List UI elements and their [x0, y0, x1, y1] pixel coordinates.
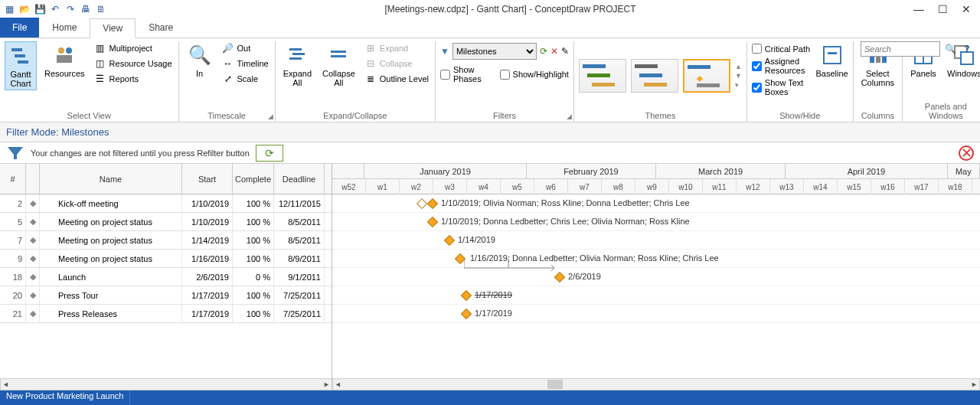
gantt-row[interactable]: 1/17/2019: [332, 305, 980, 323]
baseline-button[interactable]: Baseline: [816, 41, 848, 80]
gantt-row[interactable]: 1/14/2019: [332, 231, 980, 250]
col-start[interactable]: Start: [182, 164, 233, 194]
expand-button[interactable]: ⊞Expand: [363, 41, 430, 55]
milestone-label: 1/14/2019: [458, 235, 495, 244]
zoom-out-icon: 🔎: [222, 42, 234, 54]
gantt-row[interactable]: 2/6/2019: [332, 268, 980, 286]
zoom-in-button[interactable]: 🔍 In: [184, 41, 216, 80]
help-icon[interactable]: ?: [960, 42, 974, 56]
close-button[interactable]: ✕: [962, 3, 971, 15]
ribbon-tabs: File Home View Share: [0, 18, 980, 38]
search-input[interactable]: [861, 41, 940, 57]
print-preview-icon[interactable]: 🗎: [95, 3, 107, 15]
new-icon[interactable]: ▦: [3, 3, 15, 15]
theme-up-icon[interactable]: ▲: [735, 63, 742, 70]
col-complete[interactable]: Complete: [233, 164, 274, 194]
zoom-out-button[interactable]: 🔎Out: [220, 41, 270, 55]
timeline-button[interactable]: ↔Timeline: [220, 57, 270, 70]
theme-more-icon[interactable]: ▾: [735, 81, 742, 89]
search-submit-icon[interactable]: 🔍: [943, 42, 957, 56]
milestone-diamond[interactable]: [444, 235, 455, 246]
gantt-week: w18: [939, 179, 972, 194]
clear-filter-icon[interactable]: ✕: [550, 46, 558, 57]
undo-icon[interactable]: ↶: [49, 3, 61, 15]
svg-rect-0: [11, 48, 22, 51]
gantt-row[interactable]: 1/17/2019: [332, 286, 980, 305]
show-phases-checkbox[interactable]: Show Phases: [440, 64, 492, 84]
col-indicator[interactable]: [26, 164, 40, 194]
table-row[interactable]: 7 ◆ Meeting on project status 1/14/2019 …: [0, 231, 332, 250]
milestone-diamond[interactable]: [427, 217, 438, 227]
gantt-month: May: [948, 164, 980, 178]
gantt-row[interactable]: 1/10/2019; Olivia Norman; Ross Kline; Do…: [332, 194, 980, 213]
collapse-button[interactable]: ⊟Collapse: [363, 57, 430, 70]
table-row[interactable]: 5 ◆ Meeting on project status 1/10/2019 …: [0, 213, 332, 231]
gantt-hscroll[interactable]: ◄►: [332, 378, 980, 390]
table-row[interactable]: 2 ◆ Kick-off meeting 1/10/2019 100 % 12/…: [0, 194, 332, 213]
col-deadline[interactable]: Deadline: [274, 164, 325, 194]
resources-button[interactable]: Resources: [41, 41, 88, 80]
gantt-week: w11: [703, 179, 737, 194]
milestone-diamond[interactable]: [461, 309, 472, 319]
save-icon[interactable]: 💾: [34, 3, 46, 15]
timeline-icon: ↔: [222, 57, 234, 70]
svg-rect-2: [18, 60, 28, 64]
file-tab[interactable]: File: [0, 18, 39, 38]
sheet-tab-active[interactable]: New Product Marketing Launch: [0, 390, 130, 404]
gantt-week: w3: [433, 179, 467, 194]
critical-path-checkbox[interactable]: Critical Path: [752, 43, 812, 54]
filter-edit-icon[interactable]: ✎: [561, 46, 569, 57]
filters-dialog-launcher[interactable]: ◢: [567, 113, 572, 120]
open-icon[interactable]: 📂: [18, 3, 31, 15]
collapse-all-button[interactable]: Collapse All: [319, 41, 358, 89]
col-number[interactable]: #: [0, 164, 26, 194]
gantt-week: w9: [635, 179, 669, 194]
gantt-chart: January 2019February 2019March 2019April…: [332, 164, 980, 378]
view-tab[interactable]: View: [90, 18, 136, 38]
scale-button[interactable]: ⤢Scale: [220, 72, 270, 86]
assigned-resources-checkbox[interactable]: Assigned Resources: [752, 56, 812, 76]
gantt-month: January 2019: [364, 164, 526, 178]
outline-level-button[interactable]: ≣Outline Level: [363, 72, 430, 86]
filter-select[interactable]: Milestones: [452, 43, 537, 60]
share-tab[interactable]: Share: [136, 18, 186, 38]
table-row[interactable]: 18 ◆ Launch 2/6/2019 0 % 9/1/2011: [0, 268, 332, 286]
minimize-button[interactable]: —: [913, 3, 924, 15]
resource-usage-button[interactable]: ◫Resource Usage: [93, 57, 174, 70]
milestone-label: 1/17/2019: [475, 290, 512, 299]
group-expand-collapse: Expand All Collapse All ⊞Expand ⊟Collaps…: [276, 41, 436, 122]
maximize-button[interactable]: ☐: [938, 3, 948, 15]
show-highlight-checkbox[interactable]: Show/Highlight: [500, 64, 569, 84]
milestone-diamond[interactable]: [461, 290, 472, 301]
grid-hscroll[interactable]: ◄►: [0, 378, 332, 390]
gantt-chart-button[interactable]: Gantt Chart: [5, 41, 37, 90]
print-icon[interactable]: 🖶: [80, 3, 92, 15]
refilter-button[interactable]: ⟳: [256, 145, 283, 162]
expand-all-button[interactable]: Expand All: [280, 41, 315, 89]
svg-marker-18: [697, 76, 703, 82]
reports-icon: ☰: [94, 73, 106, 85]
funnel-icon: ▼: [440, 46, 449, 57]
close-filter-button[interactable]: ✕: [959, 145, 974, 161]
refilter-icon[interactable]: ⟳: [540, 46, 547, 57]
reports-button[interactable]: ☰Reports: [93, 72, 174, 86]
group-timescale: 🔍 In 🔎Out ↔Timeline ⤢Scale Timescale ◢: [179, 41, 276, 122]
multiproject-button[interactable]: ▥Multiproject: [93, 41, 174, 55]
home-tab[interactable]: Home: [39, 18, 90, 38]
milestone-diamond[interactable]: [427, 198, 438, 209]
theme-3[interactable]: [683, 59, 730, 93]
table-row[interactable]: 21 ◆ Press Releases 1/17/2019 100 % 7/25…: [0, 305, 332, 323]
timescale-dialog-launcher[interactable]: ◢: [268, 113, 273, 120]
gantt-row[interactable]: 1/10/2019; Donna Ledbetter; Chris Lee; O…: [332, 213, 980, 231]
text-boxes-checkbox[interactable]: Show Text Boxes: [752, 77, 812, 97]
theme-2[interactable]: [631, 59, 678, 93]
theme-1[interactable]: [579, 59, 626, 93]
svg-rect-21: [828, 52, 837, 54]
redo-icon[interactable]: ↷: [64, 3, 77, 15]
table-row[interactable]: 20 ◆ Press Tour 1/17/2019 100 % 7/25/201…: [0, 286, 332, 305]
col-name[interactable]: Name: [40, 164, 182, 194]
theme-down-icon[interactable]: ▼: [735, 72, 742, 80]
grid-area: # Name Start Complete Deadline 2 ◆ Kick-…: [0, 164, 980, 378]
gantt-row[interactable]: 1/16/2019; Donna Ledbetter; Olivia Norma…: [332, 250, 980, 268]
table-row[interactable]: 9 ◆ Meeting on project status 1/16/2019 …: [0, 250, 332, 268]
